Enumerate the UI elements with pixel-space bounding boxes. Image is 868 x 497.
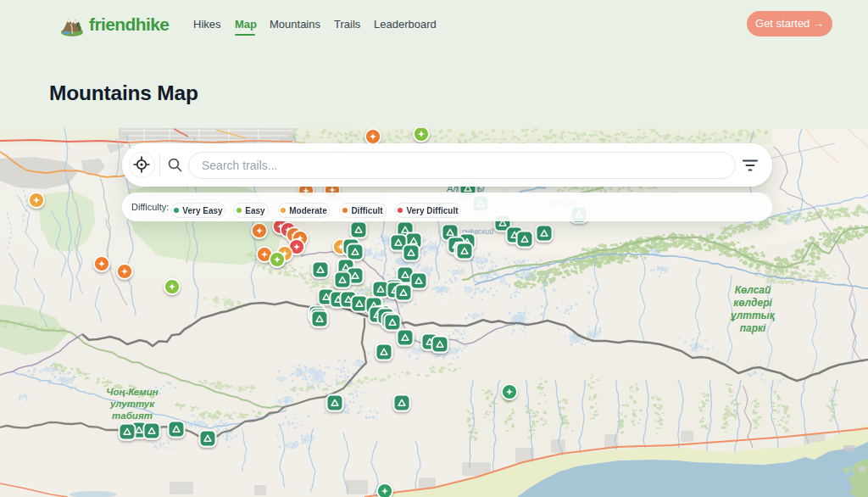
svg-text:Көлсай: Көлсай	[735, 284, 771, 296]
svg-text:табият: табият	[112, 410, 153, 421]
svg-text:ұлттық: ұлттық	[731, 310, 776, 321]
svg-text:паркі: паркі	[740, 322, 766, 334]
svg-text:Чоң-Кемин: Чоң-Кемин	[106, 387, 159, 397]
svg-text:улуттук: улуттук	[109, 399, 155, 409]
svg-text:көлдері: көлдері	[733, 297, 772, 309]
